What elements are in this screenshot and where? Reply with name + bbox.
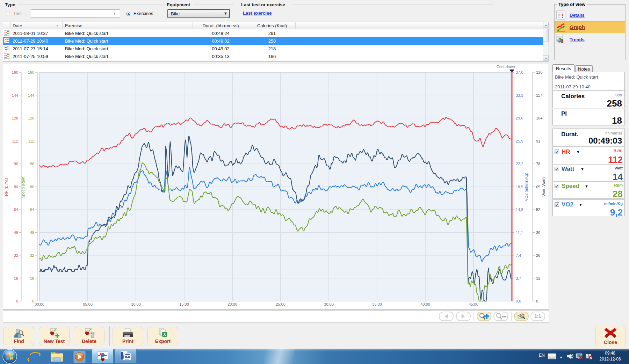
svg-text:35:00: 35:00 xyxy=(372,302,382,306)
svg-text:HR (B./M.): HR (B./M.) xyxy=(4,178,8,196)
svg-text:20:00: 20:00 xyxy=(227,302,237,306)
svg-text:96: 96 xyxy=(14,162,18,166)
svg-text:30:00: 30:00 xyxy=(324,302,334,306)
svg-text:0,0: 0,0 xyxy=(516,299,521,303)
svg-text:00:00: 00:00 xyxy=(35,302,44,306)
svg-text:64: 64 xyxy=(14,208,18,212)
svg-text:128: 128 xyxy=(28,116,34,120)
svg-text:22,2: 22,2 xyxy=(516,162,523,166)
svg-text:104: 104 xyxy=(536,116,542,120)
svg-text:144: 144 xyxy=(12,93,18,97)
svg-text:112: 112 xyxy=(28,139,34,143)
svg-text:14,8: 14,8 xyxy=(516,208,523,212)
svg-text:18,5: 18,5 xyxy=(516,185,523,189)
svg-text:160: 160 xyxy=(28,70,34,74)
svg-text:32: 32 xyxy=(14,253,18,257)
svg-text:80: 80 xyxy=(14,185,18,189)
svg-text:117: 117 xyxy=(536,93,542,97)
svg-text:X: X xyxy=(163,332,166,336)
svg-text:26: 26 xyxy=(536,253,540,257)
svg-text:37,0: 37,0 xyxy=(516,70,523,74)
svg-text:29,6: 29,6 xyxy=(516,116,523,120)
svg-text:32: 32 xyxy=(30,253,34,257)
svg-text:78: 78 xyxy=(536,162,540,166)
svg-text:45:00: 45:00 xyxy=(469,302,478,306)
svg-text:16: 16 xyxy=(14,276,18,281)
svg-text:16: 16 xyxy=(30,276,34,281)
svg-text:144: 144 xyxy=(28,93,34,97)
svg-text:13: 13 xyxy=(536,276,540,281)
svg-text:15:00: 15:00 xyxy=(179,302,189,306)
svg-text:Speed (Rpm): Speed (Rpm) xyxy=(21,175,25,198)
svg-text:VO2 (ml/min/Kg): VO2 (ml/min/Kg) xyxy=(524,173,528,201)
svg-text:65: 65 xyxy=(536,185,540,189)
svg-text:39: 39 xyxy=(536,231,540,235)
svg-text:80: 80 xyxy=(30,185,34,189)
svg-text:05:00: 05:00 xyxy=(83,302,93,306)
svg-text:10:00: 10:00 xyxy=(131,302,141,306)
svg-text:160: 160 xyxy=(12,70,18,74)
svg-text:130: 130 xyxy=(536,70,542,74)
svg-text:25:00: 25:00 xyxy=(276,302,285,306)
svg-text:64: 64 xyxy=(30,208,34,212)
svg-text:33,3: 33,3 xyxy=(516,93,523,97)
svg-text:11,1: 11,1 xyxy=(516,231,523,235)
svg-text:48: 48 xyxy=(30,231,34,235)
svg-text:0: 0 xyxy=(32,299,34,303)
svg-text:0: 0 xyxy=(536,299,538,303)
svg-text:40:00: 40:00 xyxy=(420,302,430,306)
svg-text:3,7: 3,7 xyxy=(516,276,521,281)
svg-text:7,4: 7,4 xyxy=(516,253,521,257)
svg-text:48: 48 xyxy=(14,231,18,235)
svg-text:25,9: 25,9 xyxy=(516,139,523,143)
svg-text:91: 91 xyxy=(536,139,540,143)
svg-text:Watt (Watt): Watt (Watt) xyxy=(542,177,546,197)
svg-text:128: 128 xyxy=(12,116,18,120)
svg-text:96: 96 xyxy=(30,162,34,166)
svg-text:52: 52 xyxy=(536,208,540,212)
svg-text:112: 112 xyxy=(12,139,18,143)
svg-text:0: 0 xyxy=(16,299,18,303)
svg-text:Cool-down: Cool-down xyxy=(497,65,515,69)
